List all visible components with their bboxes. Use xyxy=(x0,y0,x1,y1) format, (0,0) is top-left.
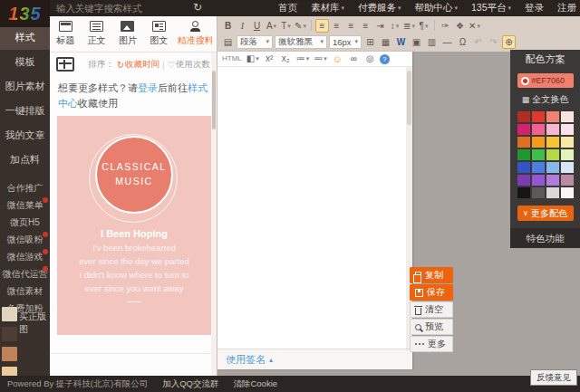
horizontal-rule-icon[interactable]: — xyxy=(440,35,454,49)
sort-by-use-count[interactable]: ♡使用次数 xyxy=(167,59,210,71)
tab-imagetext[interactable]: 图文 xyxy=(143,16,174,52)
sidebar-item[interactable]: 微信素材 xyxy=(0,282,50,300)
color-swatch[interactable] xyxy=(561,111,574,122)
find-replace-icon[interactable]: ◎ xyxy=(363,53,377,65)
tab-title[interactable]: 标题 xyxy=(50,16,81,52)
align-left-icon[interactable]: ≡ xyxy=(315,19,329,33)
indent-icon[interactable]: ⇥ xyxy=(373,19,387,33)
color-swatch[interactable] xyxy=(561,124,574,135)
help-icon[interactable]: ? xyxy=(380,54,390,64)
tab-image[interactable]: 图片 xyxy=(112,16,143,52)
tab-precise-search[interactable]: 精准搜料 xyxy=(175,16,217,52)
background-color-icon[interactable]: ✎▾ xyxy=(294,19,307,33)
paragraph-format-select[interactable]: 段落▾ xyxy=(237,35,273,49)
layout-grid-icon[interactable] xyxy=(56,57,74,72)
emoji-icon[interactable]: ☺ xyxy=(331,53,344,65)
color-swatch[interactable] xyxy=(561,162,574,173)
redo-icon[interactable]: ↷ xyxy=(487,35,500,49)
html-source-icon[interactable]: HTML xyxy=(221,53,243,65)
refresh-icon[interactable]: ↻ xyxy=(193,1,202,14)
editor-page[interactable]: HTML ◧▾ x² x₂ ≔▾ ≕▾ ☺ ∞ ◎ ? 使用签名▴ xyxy=(218,52,412,369)
new-document-icon[interactable]: ▤ xyxy=(221,35,235,49)
sidebar-item[interactable]: 微信菜单 xyxy=(0,196,50,214)
color-swatch[interactable] xyxy=(517,162,530,173)
top-menu-item[interactable]: 素材库▾ xyxy=(311,2,344,14)
change-all-colors-button[interactable]: ▦ 全文换色 xyxy=(510,93,580,106)
align-right-icon[interactable]: ≡ xyxy=(344,19,358,33)
color-swatch[interactable] xyxy=(546,111,559,122)
color-swatch[interactable] xyxy=(561,187,574,198)
unordered-list-icon[interactable]: ≕▾ xyxy=(313,53,328,65)
color-swatch[interactable] xyxy=(517,175,530,186)
sidebar-item[interactable]: 微信游戏 xyxy=(0,248,50,265)
top-menu-item[interactable]: 登录 xyxy=(525,2,544,14)
paragraph-spacing-icon[interactable]: ≣▾ xyxy=(402,19,416,33)
underline-icon[interactable]: U xyxy=(250,19,264,33)
color-swatch[interactable] xyxy=(517,124,530,135)
color-swatch[interactable] xyxy=(532,124,545,135)
copy-button[interactable]: 复制 xyxy=(410,267,453,283)
color-swatch[interactable] xyxy=(561,137,574,148)
link-icon[interactable]: ∞ xyxy=(347,53,361,65)
palette-swatch[interactable] xyxy=(2,327,17,341)
sidebar-item[interactable]: 微信吸粉 xyxy=(0,231,50,248)
panel-scrollbar-thumb[interactable] xyxy=(212,71,216,129)
special-char-icon[interactable]: Ω xyxy=(456,35,469,49)
clear-cookie-link[interactable]: 清除Cookie xyxy=(233,378,277,390)
font-color-icon[interactable]: A▾ xyxy=(265,19,278,33)
color-swatch[interactable] xyxy=(546,137,559,148)
style-preview-card[interactable]: CLASSICAL MUSIC I Been Hoping I'v been b… xyxy=(57,116,211,335)
color-swatch[interactable] xyxy=(546,187,559,198)
color-swatch[interactable] xyxy=(546,124,559,135)
sidebar-item[interactable]: 加点料 xyxy=(0,148,50,172)
eraser-icon[interactable]: ✕▾ xyxy=(468,19,481,33)
attachment-icon[interactable]: ▥ xyxy=(425,35,439,49)
preview-button[interactable]: 预览 xyxy=(410,319,453,335)
color-swatch[interactable] xyxy=(532,137,545,148)
color-swatch[interactable] xyxy=(546,162,559,173)
font-size-icon[interactable]: T▾ xyxy=(279,19,293,33)
align-center-icon[interactable]: ≡ xyxy=(330,19,343,33)
save-button[interactable]: 保存 xyxy=(410,284,453,301)
undo-icon[interactable]: ↶ xyxy=(471,35,485,49)
editor-scrollbar-thumb[interactable] xyxy=(407,71,411,125)
color-swatch[interactable] xyxy=(532,175,545,186)
color-swatch[interactable] xyxy=(561,149,574,160)
fill-color-icon[interactable]: ◧▾ xyxy=(246,53,260,65)
style-search-input[interactable] xyxy=(56,0,183,16)
sidebar-item[interactable]: 合作推广 xyxy=(0,179,50,196)
font-size-select[interactable]: 16px▾ xyxy=(329,35,362,49)
join-qq-group-link[interactable]: 加入QQ交流群 xyxy=(162,378,218,390)
format-painter-icon[interactable]: ✑ xyxy=(439,19,452,33)
template-icon[interactable]: ▦ xyxy=(379,35,392,49)
align-justify-icon[interactable]: ≡ xyxy=(359,19,372,33)
tab-body[interactable]: 正文 xyxy=(81,16,111,52)
sidebar-item-buy-images[interactable]: 买正版图 xyxy=(19,311,50,336)
app-logo[interactable]: 135 xyxy=(0,0,50,27)
palette-swatch[interactable] xyxy=(2,347,17,361)
sort-by-favorite-time[interactable]: ↻收藏时间 xyxy=(117,59,160,71)
more-button[interactable]: 更多 xyxy=(410,336,453,352)
table-icon[interactable]: ⊞ xyxy=(363,35,377,49)
more-colors-button[interactable]: ∨ 更多配色 xyxy=(517,206,574,221)
current-color-field[interactable]: #EF7060 xyxy=(517,73,574,88)
use-signature-toggle[interactable]: 使用签名▴ xyxy=(218,349,412,369)
top-menu-item[interactable]: 135平台▾ xyxy=(471,2,511,14)
top-menu-item[interactable]: 首页 xyxy=(278,2,297,14)
palette-swatch[interactable] xyxy=(2,307,17,321)
image-icon[interactable]: ▣ xyxy=(410,35,423,49)
color-swatch[interactable] xyxy=(546,175,559,186)
italic-icon[interactable]: I xyxy=(236,19,249,33)
subscript-icon[interactable]: x₂ xyxy=(279,53,293,65)
clear-button[interactable]: 清空 xyxy=(410,301,453,318)
ordered-list-icon[interactable]: ≔▾ xyxy=(295,53,311,65)
sidebar-item[interactable]: 样式 xyxy=(0,25,50,50)
sidebar-item[interactable]: 微信代运营 xyxy=(0,265,50,282)
sidebar-item[interactable]: 我的文章 xyxy=(0,123,50,148)
feedback-button[interactable]: 反馈意见 xyxy=(530,369,577,386)
sidebar-item[interactable]: 一键排版 xyxy=(0,99,50,123)
color-swatch[interactable] xyxy=(517,187,530,198)
font-family-select[interactable]: 微软雅黑▾ xyxy=(275,35,327,49)
top-menu-item[interactable]: 注册 xyxy=(557,2,576,14)
clear-format-icon[interactable]: ❖ xyxy=(453,19,467,33)
